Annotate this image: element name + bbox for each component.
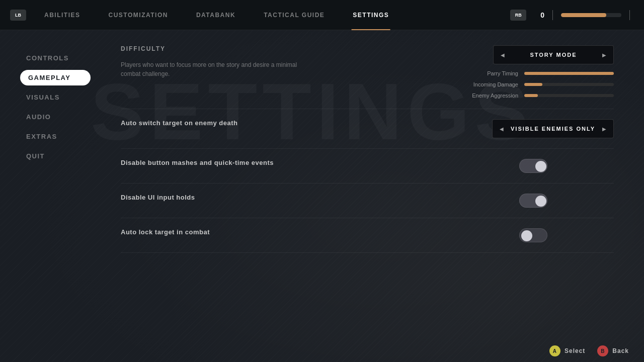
select-action: A Select (549, 345, 585, 356)
nav-progress-bar (561, 13, 621, 17)
select-label: Select (565, 347, 585, 354)
slider-parry-fill (524, 72, 614, 75)
sidebar: CONTROLS GAMEPLAY VISUALS AUDIO EXTRAS Q… (0, 30, 101, 362)
auto-lock-toggle[interactable] (519, 228, 547, 242)
disable-mashes-name: Disable button mashes and quick-time eve… (121, 159, 453, 166)
nav-divider-2 (629, 10, 630, 20)
tab-tactical-guide[interactable]: TACTICAL GUIDE (250, 0, 339, 30)
slider-incoming-label: Incoming Damage (453, 81, 518, 87)
sidebar-item-quit[interactable]: QUIT (20, 148, 91, 164)
difficulty-left: Difficulty Players who want to focus mor… (121, 45, 453, 78)
auto-switch-prev[interactable]: ◀ (493, 120, 511, 138)
back-label: Back (612, 347, 629, 354)
auto-switch-next[interactable]: ▶ (595, 120, 613, 138)
nav-divider (552, 10, 553, 20)
tab-customization[interactable]: CUSTOMIZATION (95, 0, 182, 30)
disable-ui-toggle[interactable] (519, 194, 547, 208)
nav-progress-fill (561, 13, 606, 17)
disable-mashes-toggle[interactable] (519, 159, 547, 173)
auto-switch-left: Auto switch target on enemy death (121, 119, 453, 130)
difficulty-right: ◀ STORY MODE ▶ Parry Timing (453, 45, 614, 99)
sidebar-item-controls[interactable]: CONTROLS (20, 50, 91, 66)
disable-ui-name: Disable UI input holds (121, 194, 453, 201)
slider-aggression-track[interactable] (524, 94, 614, 97)
tab-abilities[interactable]: ABILITIES (30, 0, 95, 30)
difficulty-desc: Players who want to focus more on the st… (121, 60, 312, 78)
nav-right: RB 0 (510, 10, 634, 21)
sidebar-item-gameplay[interactable]: GAMEPLAY (20, 70, 91, 85)
nav-tabs: ABILITIES CUSTOMIZATION DATABANK TACTICA… (30, 0, 510, 30)
auto-switch-right: ◀ VISIBLE ENEMIES ONLY ▶ (453, 119, 614, 138)
auto-switch-row: Auto switch target on enemy death ◀ VISI… (121, 109, 614, 149)
rb-bumper[interactable]: RB (510, 10, 526, 21)
b-button[interactable]: B (597, 345, 608, 356)
auto-lock-name: Auto lock target in combat (121, 228, 453, 236)
slider-aggression-fill (524, 94, 538, 97)
auto-lock-right (453, 228, 614, 242)
back-action: B Back (597, 345, 629, 356)
difficulty-prev-arrow[interactable]: ◀ (494, 46, 512, 64)
difficulty-value: STORY MODE (512, 52, 595, 58)
tab-settings[interactable]: SETTINGS (339, 0, 403, 30)
slider-parry-track[interactable] (524, 72, 614, 75)
disable-mashes-left: Disable button mashes and quick-time eve… (121, 159, 453, 169)
auto-lock-row: Auto lock target in combat (121, 218, 614, 253)
tab-databank[interactable]: DATABANK (182, 0, 250, 30)
slider-parry-label: Parry Timing (453, 70, 518, 76)
auto-switch-value: VISIBLE ENEMIES ONLY (511, 126, 595, 132)
auto-lock-knob (521, 230, 532, 241)
auto-switch-name: Auto switch target on enemy death (121, 119, 453, 127)
top-nav: LB ABILITIES CUSTOMIZATION DATABANK TACT… (0, 0, 644, 30)
difficulty-label: Difficulty (121, 45, 453, 52)
sidebar-item-audio[interactable]: AUDIO (20, 109, 91, 125)
slider-row-aggression: Enemy Aggression (453, 93, 614, 99)
disable-ui-right (453, 194, 614, 208)
disable-ui-row: Disable UI input holds (121, 184, 614, 218)
difficulty-row: Difficulty Players who want to focus mor… (121, 45, 614, 109)
disable-ui-knob (535, 196, 546, 207)
disable-ui-left: Disable UI input holds (121, 194, 453, 204)
lb-bumper[interactable]: LB (10, 10, 26, 21)
settings-content: Difficulty Players who want to focus mor… (101, 30, 644, 362)
slider-incoming-fill (524, 83, 542, 86)
disable-mashes-knob (535, 161, 546, 172)
difficulty-selector[interactable]: ◀ STORY MODE ▶ (493, 45, 614, 64)
auto-switch-selector[interactable]: ◀ VISIBLE ENEMIES ONLY ▶ (492, 119, 614, 138)
nav-score: 0 (540, 11, 544, 19)
main-layout: CONTROLS GAMEPLAY VISUALS AUDIO EXTRAS Q… (0, 30, 644, 362)
slider-row-parry: Parry Timing (453, 70, 614, 76)
disable-mashes-right (453, 159, 614, 173)
disable-mashes-row: Disable button mashes and quick-time eve… (121, 149, 614, 184)
a-button[interactable]: A (549, 345, 560, 356)
bottom-bar: A Select B Back (0, 340, 644, 362)
auto-lock-left: Auto lock target in combat (121, 228, 453, 239)
slider-incoming-track[interactable] (524, 83, 614, 86)
difficulty-next-arrow[interactable]: ▶ (595, 46, 613, 64)
slider-row-incoming: Incoming Damage (453, 81, 614, 87)
slider-aggression-label: Enemy Aggression (453, 93, 518, 99)
sidebar-item-visuals[interactable]: VISUALS (20, 89, 91, 105)
sliders-group: Parry Timing Incoming Damage (453, 70, 614, 99)
sidebar-item-extras[interactable]: EXTRAS (20, 129, 91, 144)
